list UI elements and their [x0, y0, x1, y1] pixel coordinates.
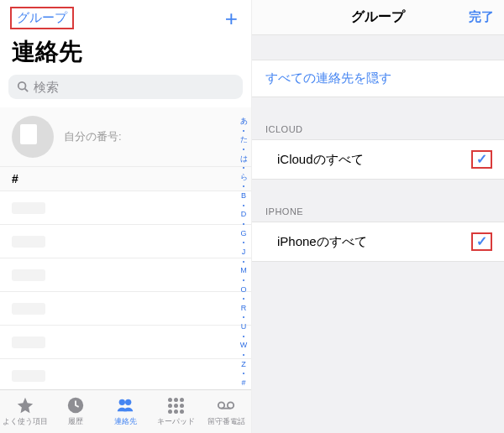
list-item[interactable] [0, 292, 251, 326]
done-button[interactable]: 完了 [469, 9, 494, 25]
search-input[interactable] [34, 80, 234, 94]
contacts-icon [116, 396, 134, 415]
star-icon [16, 396, 34, 415]
contact-list[interactable] [0, 191, 251, 389]
tab-contacts[interactable]: 連絡先 [101, 396, 151, 427]
highlight-box: ✓ [471, 232, 492, 251]
tab-keypad[interactable]: キーパッド [150, 396, 201, 427]
tab-voicemail[interactable]: 留守番電話 [201, 396, 251, 427]
index-dot [243, 242, 244, 243]
index-rail[interactable]: あたはらBDGJMORUWZ# [238, 117, 249, 387]
index-letter[interactable]: D [241, 211, 247, 218]
group-row-label: iPhoneのすべて [277, 234, 367, 250]
svg-point-3 [119, 399, 125, 405]
tab-label: 連絡先 [114, 416, 137, 427]
list-item[interactable] [0, 258, 251, 292]
index-letter[interactable]: O [240, 286, 246, 294]
list-item[interactable] [0, 191, 251, 225]
group-section-header: ICLOUD [252, 117, 504, 140]
index-letter[interactable]: B [241, 192, 246, 200]
hide-all-contacts[interactable]: すべての連絡先を隠す [252, 60, 504, 97]
index-dot [243, 298, 244, 300]
highlight-box: ✓ [471, 150, 492, 169]
svg-line-1 [25, 88, 29, 91]
spacer [252, 35, 504, 60]
group-row-iphone-all[interactable]: iPhoneのすべて ✓ [252, 222, 504, 262]
list-item[interactable] [0, 225, 251, 258]
search-icon [17, 81, 29, 94]
index-letter[interactable]: た [240, 136, 248, 143]
index-letter[interactable]: J [242, 248, 246, 256]
keypad-icon [168, 396, 184, 415]
group-row-label: iCloudのすべて [277, 152, 364, 168]
section-header: # [0, 167, 251, 191]
index-dot [243, 205, 244, 206]
index-dot [243, 316, 244, 318]
tab-label: 留守番電話 [207, 416, 245, 427]
index-letter[interactable]: は [240, 155, 248, 163]
list-item[interactable] [0, 326, 251, 359]
list-item[interactable] [0, 359, 251, 389]
index-letter[interactable]: # [241, 379, 245, 387]
group-row-icloud-all[interactable]: iCloudのすべて ✓ [252, 140, 504, 180]
my-card-row[interactable]: 自分の番号: [0, 107, 251, 167]
add-contact-button[interactable]: + [222, 8, 241, 29]
checkmark-icon: ✓ [476, 235, 487, 248]
search-field[interactable] [8, 75, 243, 99]
index-dot [243, 373, 244, 374]
index-letter[interactable]: Z [241, 361, 246, 368]
index-letter[interactable]: あ [240, 117, 248, 125]
svg-point-6 [228, 402, 234, 408]
avatar [12, 116, 54, 158]
checkmark-icon: ✓ [476, 153, 487, 166]
spacer [252, 262, 504, 433]
svg-point-0 [18, 81, 26, 89]
tab-label: よく使う項目 [3, 416, 48, 427]
tab-favorites[interactable]: よく使う項目 [0, 396, 50, 427]
index-dot [243, 223, 244, 225]
index-letter[interactable]: R [241, 305, 247, 312]
page-title: 連絡先 [0, 33, 251, 75]
tab-label: キーパッド [157, 416, 195, 427]
index-dot [243, 130, 244, 132]
voicemail-icon [217, 396, 235, 415]
tab-label: 履歴 [68, 416, 83, 427]
svg-point-5 [218, 402, 224, 408]
svg-point-4 [125, 399, 131, 405]
index-dot [243, 336, 244, 337]
tab-bar: よく使う項目 履歴 連絡先 キーパッド 留守番電話 [0, 389, 251, 433]
groups-button[interactable]: グループ [10, 7, 74, 29]
group-section-header: IPHONE [252, 200, 504, 222]
index-letter[interactable]: ら [240, 174, 248, 181]
index-letter[interactable]: G [240, 230, 246, 237]
right-title: グループ [351, 8, 405, 26]
index-dot [243, 279, 244, 281]
index-dot [243, 354, 244, 356]
spacer [252, 97, 504, 117]
clock-icon [66, 396, 85, 415]
index-dot [243, 261, 244, 263]
index-dot [243, 185, 244, 187]
index-letter[interactable]: U [241, 323, 247, 331]
index-letter[interactable]: M [240, 267, 247, 274]
index-dot [243, 149, 244, 150]
my-number-label: 自分の番号: [64, 129, 122, 144]
tab-recents[interactable]: 履歴 [50, 396, 101, 427]
index-dot [243, 167, 244, 169]
index-letter[interactable]: W [240, 342, 248, 349]
right-header: グループ 完了 [252, 0, 504, 35]
spacer [252, 180, 504, 200]
